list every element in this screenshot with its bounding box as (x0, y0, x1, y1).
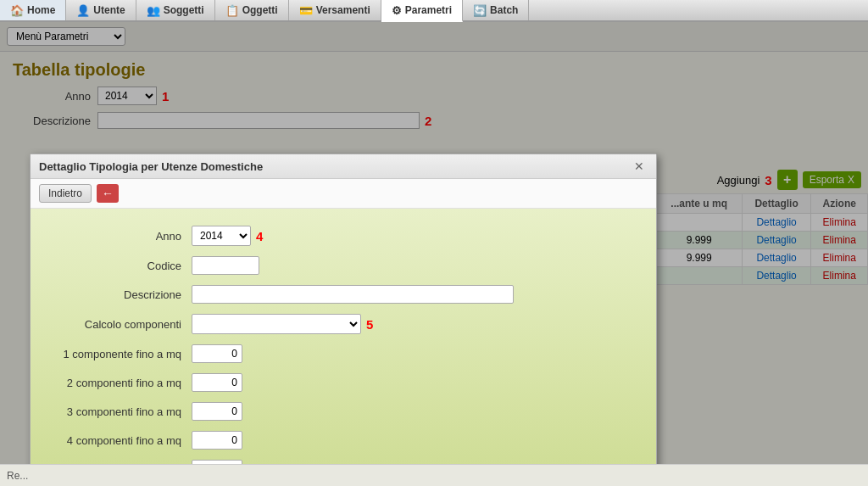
nav-oggetti-label: Oggetti (242, 4, 278, 16)
nav-parametri[interactable]: ⚙ Parametri (381, 0, 463, 22)
modal-anno-row: Anno 2012201320142015 4 (56, 226, 631, 246)
modal-header: Dettaglio Tipologia per Utenze Domestich… (31, 154, 656, 179)
modal-comp1-row: 1 componente fino a mq (56, 344, 631, 363)
home-icon: 🏠 (10, 4, 24, 17)
nav-versamenti[interactable]: 💳 Versamenti (289, 0, 381, 20)
modal-body: Anno 2012201320142015 4 Codice Descrizio… (31, 209, 656, 486)
modal-calc-label: Calcolo componenti (56, 318, 192, 331)
group-icon: 👥 (147, 4, 160, 17)
batch-icon: 🔄 (473, 4, 487, 17)
modal-desc-row: Descrizione (56, 285, 631, 304)
nav-soggetti[interactable]: 👥 Soggetti (136, 0, 215, 20)
nav-utente-label: Utente (93, 4, 125, 16)
modal-calc-badge: 5 (366, 317, 373, 332)
payments-icon: 💳 (299, 4, 313, 17)
nav-home-label: Home (27, 4, 55, 16)
nav-home[interactable]: 🏠 Home (0, 0, 66, 20)
modal-comp4-input[interactable] (192, 431, 242, 450)
modal-anno-label: Anno (56, 230, 192, 243)
modal-codice-label: Codice (56, 260, 192, 272)
modal-comp3-input[interactable] (192, 402, 242, 421)
nav-parametri-label: Parametri (405, 4, 452, 16)
modal-calc-row: Calcolo componenti 5 (56, 314, 631, 334)
nav-oggetti[interactable]: 📋 Oggetti (215, 0, 289, 20)
main-area: Menù ParametriTipologieTariffeConfiguraz… (0, 22, 868, 486)
indietro-button[interactable]: Indietro (39, 184, 92, 203)
modal-comp2-row: 2 componenti fino a mq (56, 373, 631, 392)
modal-dialog: Dettaglio Tipologia per Utenze Domestich… (30, 154, 657, 486)
modal-comp4-label: 4 componenti fino a mq (56, 434, 192, 447)
modal-comp1-label: 1 componente fino a mq (56, 348, 192, 360)
modal-comp2-input[interactable] (192, 373, 242, 392)
modal-comp2-label: 2 componenti fino a mq (56, 377, 192, 389)
nav-utente[interactable]: 👤 Utente (66, 0, 136, 20)
modal-comp4-row: 4 componenti fino a mq (56, 431, 631, 450)
settings-icon: ⚙ (392, 4, 402, 17)
modal-toolbar: Indietro ← (31, 179, 656, 209)
back-icon-button[interactable]: ← (97, 184, 119, 203)
nav-soggetti-label: Soggetti (164, 4, 204, 16)
modal-desc-input[interactable] (192, 285, 514, 304)
modal-codice-input[interactable] (192, 256, 259, 275)
records-bar: Re... (0, 464, 868, 486)
nav-batch-label: Batch (490, 4, 518, 16)
objects-icon: 📋 (225, 4, 239, 17)
nav-batch[interactable]: 🔄 Batch (463, 0, 529, 20)
modal-anno-badge: 4 (256, 229, 263, 243)
user-icon: 👤 (76, 4, 90, 17)
modal-comp1-input[interactable] (192, 344, 242, 363)
modal-comp3-label: 3 componenti fino a mq (56, 405, 192, 418)
records-label: Re... (7, 470, 28, 482)
top-nav: 🏠 Home 👤 Utente 👥 Soggetti 📋 Oggetti 💳 V… (0, 0, 868, 22)
modal-comp3-row: 3 componenti fino a mq (56, 402, 631, 421)
modal-title: Dettaglio Tipologia per Utenze Domestich… (39, 160, 263, 173)
modal-codice-row: Codice (56, 256, 631, 275)
modal-calc-select[interactable] (192, 314, 361, 334)
modal-close-button[interactable]: ✕ (631, 159, 648, 173)
modal-anno-select[interactable]: 2012201320142015 (192, 226, 251, 246)
nav-versamenti-label: Versamenti (316, 4, 370, 16)
modal-desc-label: Descrizione (56, 288, 192, 301)
